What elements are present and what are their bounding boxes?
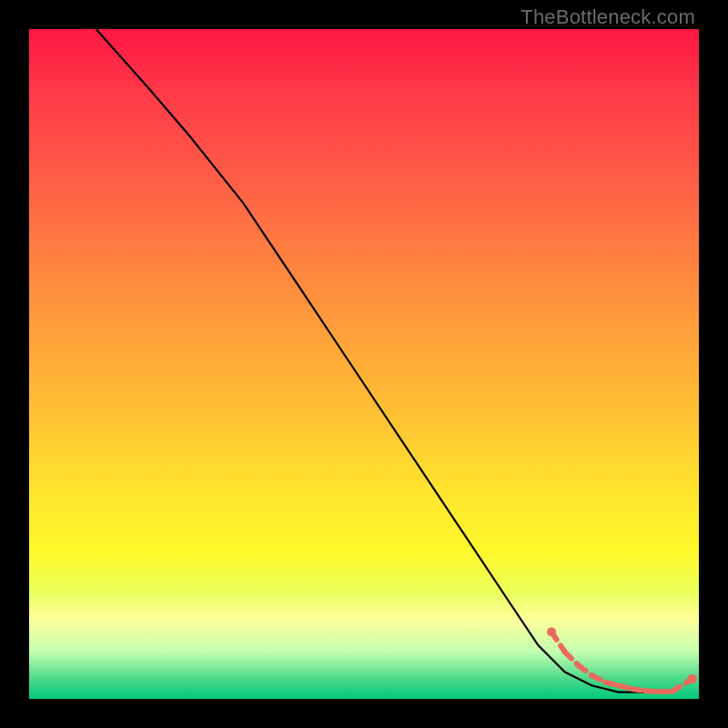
plot-area [29,29,699,699]
chart-frame: TheBottleneck.com [0,0,728,728]
marker-series [547,627,697,692]
marker-dash [565,652,579,666]
watermark-text: TheBottleneck.com [521,5,695,29]
chart-overlay [29,29,699,699]
marker-dot [547,627,556,636]
marker-dot [688,674,697,683]
main-curve [96,29,672,693]
